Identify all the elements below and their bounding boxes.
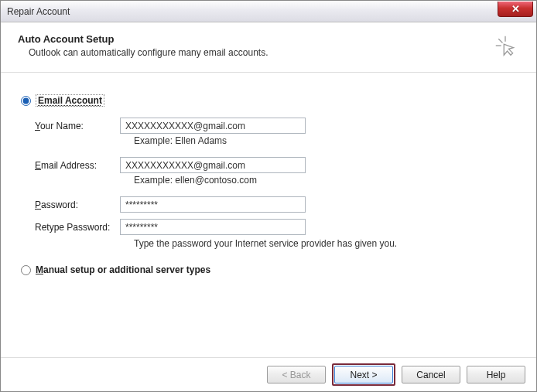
example-email: Example: ellen@contoso.com: [134, 175, 516, 186]
svg-line-2: [498, 39, 502, 43]
header-text: Auto Account Setup Outlook can automatic…: [18, 33, 268, 58]
row-retype-password: Retype Password:: [35, 219, 516, 235]
back-button[interactable]: < Back: [267, 366, 326, 383]
input-password[interactable]: [120, 196, 306, 213]
window-title: Repair Account: [7, 6, 70, 17]
input-your-name[interactable]: [120, 118, 306, 134]
radio-email-account-input[interactable]: [21, 96, 31, 106]
radio-manual-setup-input[interactable]: [21, 265, 31, 275]
label-email: Email Address:: [35, 160, 120, 171]
row-password: Password:: [35, 196, 516, 213]
wizard-footer: < Back Next > Cancel Help: [1, 357, 536, 391]
label-retype-password: Retype Password:: [35, 222, 120, 233]
label-your-name: Your Name:: [35, 121, 120, 131]
title-bar: Repair Account ✕: [1, 1, 536, 22]
header-title: Auto Account Setup: [18, 33, 268, 45]
example-your-name: Example: Ellen Adams: [134, 135, 516, 146]
cancel-button[interactable]: Cancel: [402, 366, 460, 383]
radio-email-account-label: Email Account: [36, 94, 104, 107]
help-button[interactable]: Help: [467, 366, 525, 383]
next-button-highlight: Next >: [332, 363, 395, 386]
next-button[interactable]: Next >: [334, 366, 393, 383]
row-your-name: Your Name:: [35, 118, 516, 134]
input-retype-password[interactable]: [120, 219, 306, 235]
radio-manual-setup-label: Manual setup or additional server types: [36, 264, 210, 275]
wizard-header: Auto Account Setup Outlook can automatic…: [1, 22, 536, 73]
password-hint: Type the password your Internet service …: [134, 238, 516, 249]
cursor-icon: [494, 35, 516, 56]
header-subtitle: Outlook can automatically configure many…: [18, 47, 268, 58]
close-button[interactable]: ✕: [498, 2, 533, 17]
label-password: Password:: [35, 199, 120, 210]
wizard-content: Email Account Your Name: Example: Ellen …: [1, 73, 536, 283]
row-email: Email Address:: [35, 157, 516, 173]
radio-manual-setup[interactable]: Manual setup or additional server types: [21, 264, 516, 275]
form-grid: Your Name: Example: Ellen Adams Email Ad…: [35, 118, 516, 249]
radio-email-account[interactable]: Email Account: [21, 94, 516, 107]
close-icon: ✕: [511, 3, 520, 15]
input-email[interactable]: [120, 157, 306, 173]
